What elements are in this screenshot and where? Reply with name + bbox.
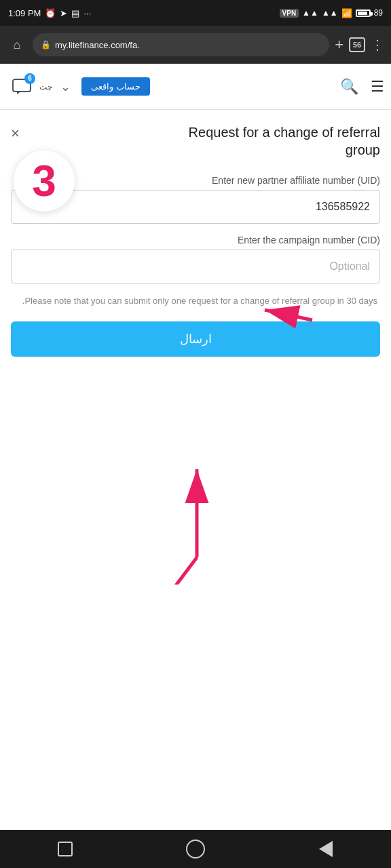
tab-count[interactable]: 56 <box>349 37 365 52</box>
chat-label: چت <box>39 82 52 92</box>
dialog-header: × Request for a change of referral group <box>11 123 380 159</box>
alarm-icon: ⏰ <box>45 8 56 18</box>
back-button[interactable] <box>311 834 341 864</box>
wifi-icon: 📶 <box>341 8 352 18</box>
status-time: 1:09 PM <box>8 8 41 18</box>
signal-icon: ▲▲ <box>302 8 318 18</box>
browser-bar: ⌂ 🔒 my.litefinance.com/fa. + 56 ⋮ <box>0 26 391 64</box>
app-header: 6 چت ⌄ حساب واقعی 🔍 ☰ <box>0 64 391 110</box>
recent-apps-icon <box>58 842 73 856</box>
submit-button[interactable]: ارسال <box>11 321 380 357</box>
cid-form-group: Enter the campaign number (CID) <box>11 235 380 283</box>
cid-input[interactable] <box>11 250 380 283</box>
search-button[interactable]: 🔍 <box>340 78 358 96</box>
note-text: Please note that you can submit only one… <box>11 294 380 308</box>
cid-label: Enter the campaign number (CID) <box>11 235 380 245</box>
bottom-nav-bar <box>0 830 391 868</box>
browser-menu-button[interactable]: ⋮ <box>371 37 384 53</box>
signal-icon2: ▲▲ <box>322 8 338 18</box>
status-right: VPN ▲▲ ▲▲ 📶 89 <box>280 8 383 18</box>
step-number: 3 <box>14 151 75 212</box>
lock-icon: 🔒 <box>41 40 51 50</box>
sim-icon: ▤ <box>71 8 79 18</box>
navigation-icon: ➤ <box>60 8 67 18</box>
status-left: 1:09 PM ⏰ ➤ ▤ ··· <box>8 8 91 18</box>
main-content: 3 × Request for a change of referral gro… <box>0 110 391 357</box>
home-button[interactable]: ⌂ <box>7 35 27 55</box>
menu-button[interactable]: ☰ <box>371 78 384 96</box>
status-bar: 1:09 PM ⏰ ➤ ▤ ··· VPN ▲▲ ▲▲ 📶 89 <box>0 0 391 26</box>
chat-button[interactable]: 6 <box>7 72 37 102</box>
account-badge[interactable]: حساب واقعی <box>81 77 150 96</box>
browser-actions: + 56 ⋮ <box>335 36 384 54</box>
more-icon: ··· <box>83 8 91 18</box>
recent-apps-button[interactable] <box>50 834 80 864</box>
add-tab-button[interactable]: + <box>335 36 343 54</box>
dropdown-arrow-icon[interactable]: ⌄ <box>60 79 71 94</box>
chat-badge: 6 <box>24 73 35 84</box>
vpn-badge: VPN <box>280 9 299 18</box>
svg-line-2 <box>265 310 312 320</box>
battery-pct: 89 <box>374 8 383 18</box>
close-button[interactable]: × <box>11 125 20 142</box>
dialog-title: Request for a change of referral group <box>26 123 380 159</box>
back-icon <box>319 841 333 857</box>
home-nav-icon <box>186 840 205 859</box>
home-nav-button[interactable] <box>181 834 210 864</box>
battery-icon <box>356 9 371 17</box>
svg-line-4 <box>136 557 197 585</box>
url-bar[interactable]: 🔒 my.litefinance.com/fa. <box>33 33 329 56</box>
url-text: my.litefinance.com/fa. <box>55 40 140 50</box>
